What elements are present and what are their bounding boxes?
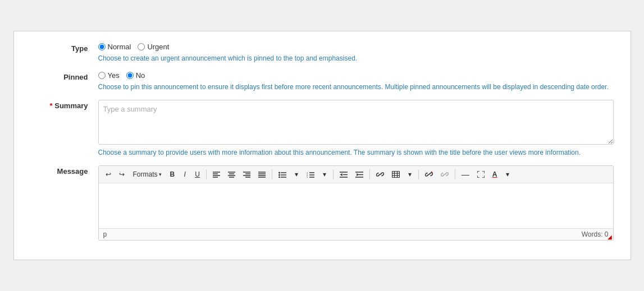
formats-chevron-icon: ▾ <box>159 172 162 177</box>
svg-text:3.: 3. <box>307 176 308 178</box>
separator-1 <box>206 169 207 179</box>
summary-hint-part2: The summary is shown with the title befo… <box>354 149 581 156</box>
formats-button[interactable]: Formats ▾ <box>129 169 166 180</box>
bullet-list-dropdown[interactable]: ▾ <box>291 169 302 180</box>
type-normal-radio[interactable] <box>98 43 106 50</box>
numbered-dropdown-chevron: ▾ <box>323 170 326 178</box>
svg-point-18 <box>278 174 280 175</box>
pinned-label: Pinned <box>31 71 98 92</box>
type-urgent-label[interactable]: Urgent <box>138 43 169 51</box>
message-toolbar: ↩ ↪ Formats ▾ B I U <box>99 166 613 183</box>
horizontal-rule-button[interactable]: — <box>458 168 473 181</box>
svg-line-40 <box>427 174 430 175</box>
pinned-no-label[interactable]: No <box>126 71 145 80</box>
type-row: Type Normal Urgent Choose to create an u… <box>31 43 614 63</box>
undo-button[interactable]: ↩ <box>102 169 115 180</box>
pinned-no-text: No <box>136 71 145 80</box>
svg-line-42 <box>443 174 446 175</box>
statusbar-path: p <box>103 230 107 238</box>
message-content: ↩ ↪ Formats ▾ B I U <box>98 165 614 241</box>
indent-button[interactable] <box>352 170 367 179</box>
bullet-list-button[interactable] <box>275 170 290 179</box>
align-center-button[interactable] <box>225 170 239 179</box>
numbered-list-dropdown[interactable]: ▾ <box>319 169 330 180</box>
redo-button[interactable]: ↪ <box>116 169 128 180</box>
summary-content: Choose a summary to provide users with m… <box>98 100 614 158</box>
summary-label: Summary <box>31 100 98 158</box>
fullscreen-button[interactable] <box>474 169 488 179</box>
pinned-row: Pinned Yes No Choose to pin this announc… <box>31 71 614 92</box>
type-content: Normal Urgent Choose to create an urgent… <box>98 43 614 63</box>
pinned-radio-group: Yes No <box>98 71 614 80</box>
insert-table-button[interactable] <box>389 169 403 179</box>
separator-5 <box>418 169 419 179</box>
svg-rect-35 <box>392 172 399 178</box>
font-color-dropdown[interactable]: ▾ <box>502 169 513 180</box>
type-hint: Choose to create an urgent announcement … <box>98 53 614 63</box>
pinned-yes-radio[interactable] <box>98 72 106 79</box>
type-radio-group: Normal Urgent <box>98 43 614 51</box>
separator-3 <box>333 169 334 179</box>
font-color-label: A <box>492 170 497 178</box>
summary-row: Summary Choose a summary to provide user… <box>31 100 614 158</box>
outdent-button[interactable] <box>336 170 351 179</box>
svg-point-16 <box>278 172 280 173</box>
unlink-button[interactable] <box>437 169 452 179</box>
type-normal-text: Normal <box>108 43 131 51</box>
summary-hint: Choose a summary to provide users with m… <box>98 147 614 158</box>
summary-textarea[interactable] <box>98 100 614 145</box>
svg-point-20 <box>278 176 280 178</box>
pinned-yes-label[interactable]: Yes <box>98 71 120 80</box>
underline-button[interactable]: U <box>191 169 203 180</box>
table-dropdown-chevron: ▾ <box>408 170 412 178</box>
align-justify-button[interactable] <box>255 170 269 179</box>
table-dropdown[interactable]: ▾ <box>404 169 415 180</box>
message-statusbar: p Words: 0 ◢ <box>99 228 613 240</box>
insert-link-button[interactable] <box>373 169 387 179</box>
font-color-button[interactable]: A <box>489 169 501 180</box>
pinned-hint: Choose to pin this announcement to ensur… <box>98 82 614 92</box>
formats-label: Formats <box>133 170 158 178</box>
svg-line-34 <box>378 174 381 175</box>
pinned-no-radio[interactable] <box>126 72 134 79</box>
form-container: Type Normal Urgent Choose to create an u… <box>13 31 631 260</box>
type-normal-label[interactable]: Normal <box>98 43 131 51</box>
pinned-yes-text: Yes <box>108 71 120 80</box>
separator-6 <box>455 169 455 179</box>
resize-handle-icon[interactable]: ◢ <box>608 234 613 240</box>
separator-2 <box>272 169 272 179</box>
message-label: Message <box>31 165 98 241</box>
message-editor: ↩ ↪ Formats ▾ B I U <box>98 165 614 241</box>
font-color-chevron: ▾ <box>506 170 509 178</box>
message-row: Message ↩ ↪ Formats ▾ B I U <box>31 165 614 241</box>
italic-button[interactable]: I <box>179 169 190 180</box>
separator-4 <box>369 169 370 179</box>
align-left-button[interactable] <box>209 170 223 179</box>
numbered-list-button[interactable]: 1.2.3. <box>303 170 318 179</box>
bold-button[interactable]: B <box>167 169 179 180</box>
type-label: Type <box>31 43 98 63</box>
type-urgent-text: Urgent <box>147 43 169 51</box>
statusbar-words: Words: 0 <box>582 230 609 238</box>
insert-image-button[interactable] <box>422 169 436 179</box>
type-urgent-radio[interactable] <box>138 43 145 50</box>
message-editor-body[interactable] <box>99 183 613 228</box>
summary-hint-part1: Choose a summary to provide users with m… <box>98 149 352 156</box>
align-right-button[interactable] <box>240 170 254 179</box>
bullet-dropdown-chevron: ▾ <box>295 170 298 178</box>
pinned-content: Yes No Choose to pin this announcement t… <box>98 71 614 92</box>
